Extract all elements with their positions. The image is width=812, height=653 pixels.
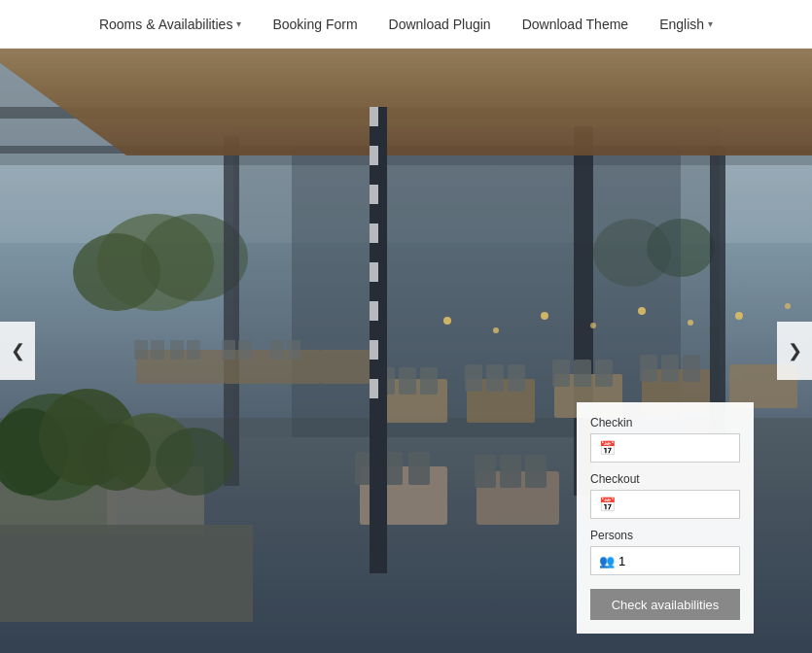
persons-input-wrapper[interactable]: 👥 [590, 546, 740, 575]
checkout-calendar-icon: 📅 [599, 497, 616, 512]
checkin-calendar-icon: 📅 [599, 440, 616, 456]
next-arrow-button[interactable]: ❯ [777, 322, 812, 380]
persons-label: Persons [590, 529, 740, 542]
booking-panel: Checkin 📅 Checkout 📅 Persons 👥 Check ava… [577, 402, 754, 634]
hero-section: ❮ ❯ Checkin 📅 Checkout 📅 Persons 👥 [0, 49, 812, 653]
persons-field-group: Persons 👥 [590, 529, 740, 575]
nav-download-plugin[interactable]: Download Plugin [389, 17, 491, 32]
next-arrow-icon: ❯ [788, 340, 802, 361]
nav-download-theme[interactable]: Download Theme [522, 17, 628, 32]
prev-arrow-icon: ❮ [11, 340, 25, 361]
main-nav: Rooms & Availabilities ▾ Booking Form Do… [0, 0, 812, 49]
nav-booking-form[interactable]: Booking Form [272, 17, 357, 32]
checkin-label: Checkin [590, 416, 740, 430]
nav-language[interactable]: English ▾ [659, 17, 713, 32]
persons-input[interactable] [618, 554, 731, 568]
chevron-down-icon-lang: ▾ [708, 18, 713, 29]
checkout-label: Checkout [590, 472, 740, 486]
checkin-field-group: Checkin 📅 [590, 416, 740, 463]
check-availabilities-button[interactable]: Check availabilities [590, 589, 740, 620]
chevron-down-icon: ▾ [236, 18, 241, 29]
persons-icon: 👥 [599, 554, 615, 568]
nav-rooms[interactable]: Rooms & Availabilities ▾ [99, 17, 241, 32]
checkout-input[interactable] [619, 498, 731, 512]
checkin-input[interactable] [619, 441, 731, 456]
checkout-input-wrapper[interactable]: 📅 [590, 490, 740, 519]
checkout-field-group: Checkout 📅 [590, 472, 740, 519]
checkin-input-wrapper[interactable]: 📅 [590, 433, 740, 463]
prev-arrow-button[interactable]: ❮ [0, 322, 35, 380]
